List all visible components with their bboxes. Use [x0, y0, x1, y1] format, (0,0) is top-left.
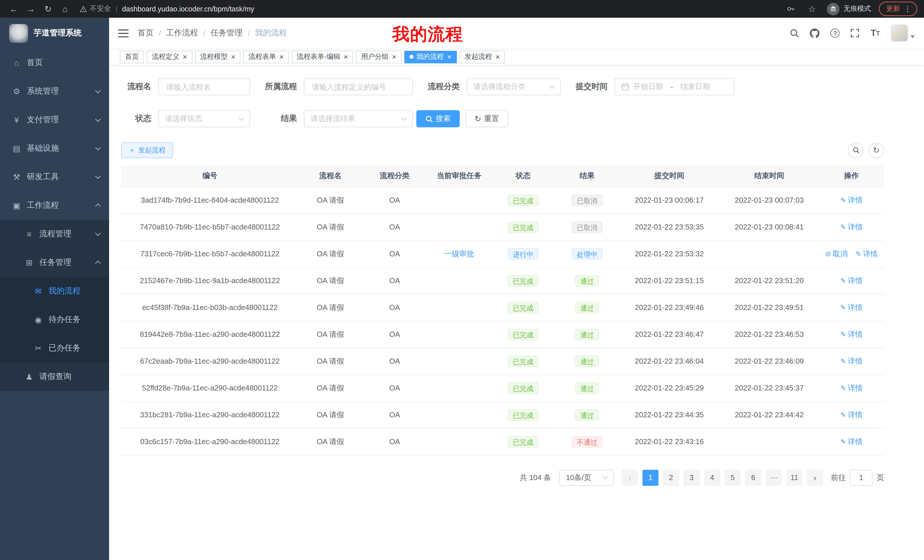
cell-actions: ✎详情	[819, 187, 884, 214]
address-separator: |	[116, 5, 118, 13]
sidebar-item-leave-query[interactable]: ♟请假查询	[0, 362, 109, 391]
name-input-wrap	[158, 78, 250, 95]
bookmark-star-icon[interactable]: ☆	[805, 2, 819, 16]
sidebar-item-my-process[interactable]: ✉我的流程	[0, 277, 109, 305]
goto-label: 前往	[831, 472, 846, 483]
breadcrumb-item[interactable]: 任务管理	[211, 28, 243, 38]
tab-label: 用户分组	[361, 52, 388, 61]
pager-more[interactable]: ···	[766, 470, 782, 485]
detail-link[interactable]: ✎详情	[840, 276, 862, 286]
detail-link[interactable]: ✎详情	[840, 302, 862, 313]
status-tag: 已完成	[508, 221, 538, 233]
detail-link[interactable]: ✎详情	[840, 195, 862, 205]
tab-user-group[interactable]: 用户分组×	[356, 51, 402, 63]
detail-link[interactable]: ✎详情	[840, 436, 862, 447]
filter-row-2: 状态 请选择状态 结果 请选择流结果	[121, 110, 924, 127]
sidebar-item-system[interactable]: ⚙系统管理	[0, 77, 109, 106]
current-task-link[interactable]: 一级审批	[444, 249, 474, 258]
cell-end-time: 2022-01-22 23:45:37	[720, 374, 819, 401]
category-select[interactable]: 请选择流程分类	[466, 78, 561, 95]
close-icon[interactable]: ×	[447, 53, 452, 60]
home-icon[interactable]: ⌂	[58, 2, 72, 16]
close-icon[interactable]: ×	[495, 53, 500, 60]
cell-status: 已完成	[491, 214, 555, 240]
close-icon[interactable]: ×	[279, 53, 284, 60]
refresh-table-icon[interactable]: ↻	[868, 142, 884, 158]
status-select[interactable]: 请选择状态	[158, 110, 250, 127]
sidebar-item-label: 基础设施	[27, 143, 59, 154]
detail-link[interactable]: ✎详情	[840, 222, 862, 232]
back-icon[interactable]: ←	[7, 2, 21, 16]
page-button-4[interactable]: 4	[704, 470, 720, 485]
goto-page-input[interactable]	[850, 470, 873, 485]
search-icon[interactable]	[790, 28, 799, 38]
sidebar-item-label: 任务管理	[39, 258, 71, 268]
start-process-label: 发起流程	[138, 145, 166, 155]
toggle-search-icon[interactable]	[848, 142, 864, 158]
tab-home[interactable]: 首页	[120, 51, 144, 63]
logo[interactable]: 芋道管理系统	[0, 18, 109, 48]
result-select[interactable]: 请选择流结果	[304, 110, 413, 127]
column-header: 流程分类	[362, 165, 427, 187]
search-button[interactable]: 搜索	[416, 110, 460, 127]
user-menu[interactable]	[891, 24, 915, 42]
name-input[interactable]	[165, 82, 243, 91]
page-button-11[interactable]: 11	[786, 470, 802, 485]
reset-button[interactable]: ↻ 重置	[465, 110, 508, 127]
font-size-icon[interactable]: TT	[871, 28, 880, 38]
start-date-placeholder[interactable]: 开始日期	[633, 82, 663, 92]
end-date-placeholder[interactable]: 结束日期	[680, 82, 710, 92]
address-bar[interactable]: 不安全 | dashboard.yudao.iocoder.cn/bpm/tas…	[80, 4, 254, 14]
sidebar-item-payment[interactable]: ¥支付管理	[0, 106, 109, 134]
page-size-select[interactable]: 10条/页	[559, 470, 614, 485]
tab-process-model[interactable]: 流程模型×	[195, 51, 240, 63]
tab-my-process[interactable]: 我的流程×	[404, 51, 457, 63]
close-icon[interactable]: ×	[231, 53, 235, 60]
browser-menu-icon[interactable]: ⋮	[904, 4, 911, 13]
detail-link[interactable]: ✎详情	[855, 249, 878, 259]
page-button-1[interactable]: 1	[642, 470, 658, 485]
page-button-5[interactable]: 5	[725, 470, 741, 485]
tab-process-form-edit[interactable]: 流程表单-编辑×	[292, 51, 353, 63]
breadcrumb-item[interactable]: 工作流程	[166, 28, 198, 38]
detail-link[interactable]: ✎详情	[840, 410, 862, 420]
tab-process-definition[interactable]: 流程定义×	[147, 51, 192, 63]
page-button-6[interactable]: 6	[745, 470, 761, 485]
cancel-link[interactable]: ⊘取消	[825, 249, 848, 259]
date-range-picker[interactable]: 开始日期 - 结束日期	[615, 78, 734, 95]
sidebar-item-home[interactable]: ⌂首页	[0, 48, 109, 77]
sidebar-item-process-manage[interactable]: ≡流程管理	[0, 220, 109, 248]
next-page-button[interactable]: ›	[807, 470, 823, 485]
start-process-button[interactable]: ＋ 发起流程	[121, 142, 173, 158]
key-icon[interactable]	[783, 2, 797, 16]
sidebar-item-task-manage[interactable]: ⊞任务管理	[0, 248, 109, 277]
tab-process-form[interactable]: 流程表单×	[243, 51, 289, 63]
github-icon[interactable]	[810, 28, 820, 38]
forward-icon[interactable]: →	[24, 2, 38, 16]
reload-icon[interactable]: ↻	[41, 2, 55, 16]
column-header: 结束时间	[720, 165, 819, 187]
detail-link[interactable]: ✎详情	[840, 356, 862, 366]
breadcrumb-item[interactable]: 首页	[138, 28, 154, 38]
page-button-3[interactable]: 3	[684, 470, 700, 485]
sidebar-item-done-task[interactable]: ✂已办任务	[0, 334, 109, 362]
sidebar-item-infrastructure[interactable]: ▤基础设施	[0, 134, 109, 163]
fullscreen-icon[interactable]	[850, 28, 860, 38]
close-icon[interactable]: ×	[344, 53, 348, 60]
detail-link[interactable]: ✎详情	[840, 329, 862, 339]
update-button[interactable]: 更新 ⋮	[879, 2, 917, 16]
tab-start-process[interactable]: 发起流程×	[459, 51, 505, 63]
close-icon[interactable]: ×	[183, 53, 187, 60]
detail-link[interactable]: ✎详情	[840, 383, 862, 393]
prev-page-button[interactable]: ‹	[622, 470, 638, 485]
help-icon[interactable]: ?	[831, 28, 840, 38]
page-button-2[interactable]: 2	[663, 470, 679, 485]
breadcrumb-item[interactable]: 我的流程	[255, 28, 287, 38]
hamburger-icon[interactable]	[118, 29, 129, 37]
sidebar-item-dev-tools[interactable]: ⚒研发工具	[0, 163, 109, 191]
process-input[interactable]	[310, 82, 406, 91]
workflow-icon: ▣	[11, 201, 22, 210]
sidebar-item-workflow[interactable]: ▣工作流程	[0, 191, 109, 220]
close-icon[interactable]: ×	[392, 53, 396, 60]
sidebar-item-todo-task[interactable]: ◉待办任务	[0, 305, 109, 334]
